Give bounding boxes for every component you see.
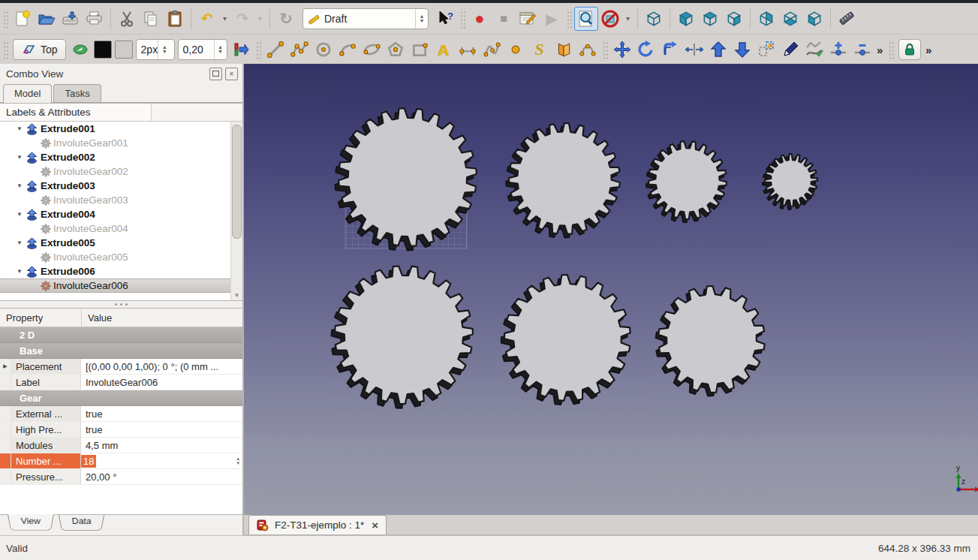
panel-splitter[interactable] (0, 301, 242, 308)
gear-object[interactable] (656, 286, 765, 396)
toolbar-handle[interactable] (888, 40, 894, 59)
expander-icon[interactable]: ▼ (17, 182, 24, 189)
tree-item-involute-gear[interactable]: InvoluteGear002 (0, 164, 231, 179)
float-panel-button[interactable] (209, 68, 222, 80)
property-row[interactable]: External ...true (0, 406, 242, 422)
property-row[interactable]: Modules4,5 mm (0, 438, 242, 453)
tree-item-involute-gear[interactable]: InvoluteGear003 (0, 193, 231, 207)
gear-object[interactable] (501, 275, 630, 405)
draft-shapestring-button[interactable]: S (528, 38, 552, 62)
close-panel-button[interactable]: × (225, 68, 238, 80)
draft-bezier-button[interactable] (576, 38, 600, 62)
tree-item-extrude[interactable]: ▼Extrude001 (0, 122, 231, 136)
draw-style-dropdown[interactable]: ▾ (622, 7, 633, 31)
3d-viewport[interactable]: x y z (244, 64, 978, 515)
workbench-spin-arrows[interactable]: ▴ ▾ (415, 9, 428, 29)
toolbar-handle[interactable] (2, 40, 8, 59)
spin-arrows[interactable]: ▴ ▾ (158, 40, 170, 59)
measure-button[interactable] (835, 7, 859, 31)
gear-object[interactable] (506, 123, 620, 238)
line-width-spinbox[interactable]: 2px ▴ ▾ (136, 39, 175, 60)
toggle-snap-button[interactable] (68, 38, 92, 62)
draft-edit-button[interactable] (778, 38, 802, 62)
tree-item-involute-gear[interactable]: InvoluteGear005 (0, 250, 231, 264)
copy-button[interactable] (139, 7, 163, 31)
line-color-swatch[interactable] (94, 41, 112, 59)
lock-toolbars-button[interactable] (898, 39, 921, 60)
expander-icon[interactable]: ▼ (17, 154, 24, 161)
tree-item-extrude[interactable]: ▼Extrude005 (0, 236, 231, 250)
macro-stop-button[interactable]: ■ (492, 7, 516, 31)
draft-trimex-button[interactable] (682, 38, 706, 62)
property-row[interactable]: ▶Placement[(0,00 0,00 1,00); 0 °; (0 mm … (0, 359, 242, 375)
undo-button[interactable]: ↶ (195, 7, 219, 31)
paste-button[interactable] (163, 7, 187, 31)
macro-edit-button[interactable] (516, 7, 540, 31)
draft-bspline-button[interactable] (480, 38, 504, 62)
refresh-button[interactable]: ↻ (274, 7, 298, 31)
draft-ellipse-button[interactable] (360, 38, 384, 62)
expander-icon[interactable]: ▼ (17, 125, 24, 132)
tree-item-extrude[interactable]: ▼Extrude006 (0, 264, 231, 278)
redo-button[interactable]: ↷ (230, 7, 254, 31)
tree-item-extrude[interactable]: ▼Extrude003 (0, 179, 231, 193)
tree-scrollbar[interactable]: ▼ (230, 122, 242, 300)
tree-item-extrude[interactable]: ▼Extrude004 (0, 207, 231, 221)
toolbar-handle[interactable] (602, 40, 608, 59)
expander-icon[interactable]: ▼ (17, 211, 24, 218)
macro-play-button[interactable]: ▶ (540, 7, 564, 31)
expander-icon[interactable]: ▼ (17, 268, 24, 275)
draft-add-point-button[interactable] (826, 38, 850, 62)
property-row[interactable]: High Pre...true (0, 422, 242, 438)
property-group-row[interactable]: 2 D (0, 327, 242, 343)
redo-dropdown[interactable]: ▾ (254, 7, 266, 31)
document-close-icon[interactable]: × (372, 519, 378, 531)
toolbar-handle[interactable] (459, 9, 465, 29)
tree-item-involute-gear[interactable]: InvoluteGear004 (0, 221, 231, 236)
tab-view-properties[interactable]: View (8, 514, 54, 531)
save-button[interactable] (59, 7, 83, 31)
spin-arrows[interactable]: ▴ ▾ (214, 40, 227, 59)
property-value[interactable]: 4,5 mm (81, 438, 242, 453)
property-value[interactable]: true (81, 406, 242, 421)
property-value[interactable]: InvoluteGear006 (81, 375, 242, 390)
scroll-down-icon[interactable]: ▼ (231, 292, 242, 299)
cut-button[interactable] (115, 7, 139, 31)
view-axonometric-button[interactable] (642, 7, 666, 31)
draft-rectangle-button[interactable] (408, 38, 432, 62)
gear-object[interactable] (646, 141, 727, 222)
toolbar-overflow-button[interactable]: » (923, 38, 934, 62)
toolbar-handle[interactable] (2, 9, 8, 29)
property-row[interactable]: LabelInvoluteGear006 (0, 375, 242, 390)
draft-polygon-button[interactable] (384, 38, 408, 62)
draft-downgrade-button[interactable] (730, 38, 754, 62)
draft-text-button[interactable]: A (432, 38, 456, 62)
tree-item-involute-gear[interactable]: InvoluteGear006 (0, 278, 231, 293)
view-top-button[interactable] (698, 7, 722, 31)
open-file-button[interactable] (35, 7, 59, 31)
gear-object[interactable] (332, 266, 474, 408)
draft-arc-button[interactable] (336, 38, 360, 62)
property-row[interactable]: Pressure...20,00 ° (0, 469, 242, 485)
property-value-spinbox[interactable]: 18▴▾ (81, 453, 242, 468)
draft-delete-point-button[interactable] (850, 38, 874, 62)
tree-item-involute-gear[interactable]: InvoluteGear001 (0, 136, 231, 150)
view-front-button[interactable] (674, 7, 698, 31)
tab-data-properties[interactable]: Data (59, 515, 104, 531)
draft-dimension-button[interactable] (456, 38, 480, 62)
view-rear-button[interactable] (754, 7, 778, 31)
undo-dropdown[interactable]: ▾ (219, 7, 230, 31)
property-row[interactable]: Number ...18▴▾ (0, 453, 242, 469)
property-value[interactable]: 20,00 ° (81, 469, 242, 484)
toolbar-handle[interactable] (255, 40, 261, 59)
expander-icon[interactable]: ▶ (0, 359, 11, 374)
gear-object[interactable] (763, 154, 817, 209)
workbench-selector[interactable]: Draft ▴ ▾ (302, 8, 429, 29)
draft-wire-to-bspline-button[interactable] (802, 38, 826, 62)
draft-rotate-button[interactable] (634, 38, 658, 62)
print-button[interactable] (83, 7, 107, 31)
tree-scrollbar-thumb[interactable] (232, 125, 242, 239)
draft-facebinder-button[interactable] (552, 38, 576, 62)
draw-style-button[interactable] (598, 7, 622, 31)
view-bottom-button[interactable] (778, 7, 802, 31)
